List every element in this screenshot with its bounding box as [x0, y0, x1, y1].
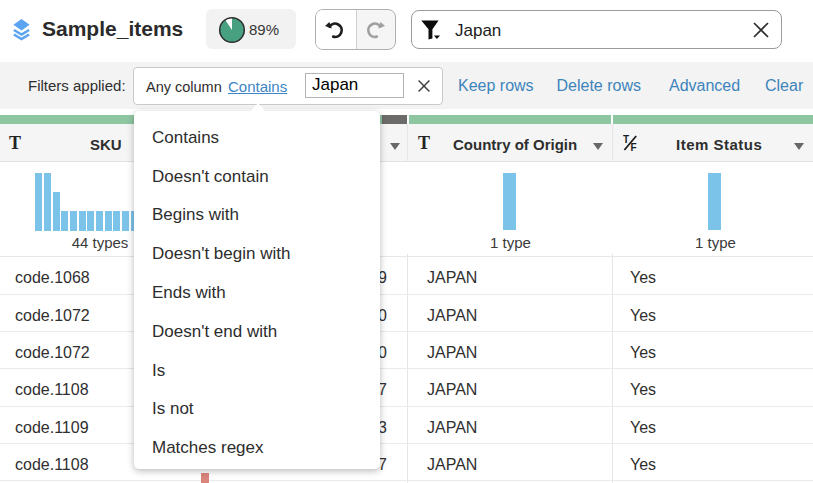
- svg-text:T: T: [623, 135, 629, 145]
- svg-text:F: F: [630, 142, 636, 151]
